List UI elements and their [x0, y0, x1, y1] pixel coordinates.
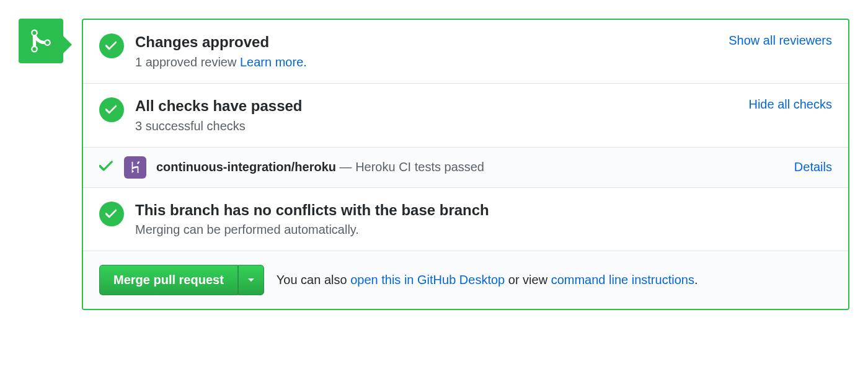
- check-icon: [99, 160, 114, 172]
- conflicts-subtitle: Merging can be performed automatically.: [135, 223, 832, 237]
- heroku-icon: [124, 156, 146, 179]
- hide-all-checks-link[interactable]: Hide all checks: [748, 97, 832, 112]
- check-icon: [105, 105, 118, 115]
- checks-subtitle: 3 successful checks: [135, 119, 832, 133]
- show-all-reviewers-link[interactable]: Show all reviewers: [728, 33, 832, 48]
- check-circle-icon: [99, 202, 124, 226]
- approval-subtitle: 1 approved review Learn more.: [135, 55, 832, 69]
- check-circle-icon: [99, 97, 124, 122]
- check-pass-icon: [99, 160, 114, 175]
- open-github-desktop-link[interactable]: open this in GitHub Desktop: [350, 273, 505, 287]
- caret-down-icon: [247, 278, 255, 283]
- merge-footer: Merge pull request You can also open thi…: [83, 251, 848, 309]
- check-icon: [105, 41, 118, 51]
- check-icon: [105, 209, 118, 219]
- check-item-text: continuous-integration/heroku — Heroku C…: [156, 160, 484, 174]
- check-item-row: continuous-integration/heroku — Heroku C…: [83, 148, 848, 188]
- conflicts-section: This branch has no conflicts with the ba…: [83, 188, 848, 252]
- merge-middle: or view: [505, 273, 551, 287]
- merge-button-group: Merge pull request: [99, 265, 264, 295]
- merge-suffix: .: [694, 273, 698, 287]
- merge-footer-text: You can also open this in GitHub Desktop…: [277, 273, 698, 287]
- merge-prefix: You can also: [277, 273, 350, 287]
- merge-options-dropdown-button[interactable]: [238, 265, 264, 295]
- merge-status-icon: [19, 19, 63, 63]
- merge-status-panel: Changes approved Show all reviewers 1 ap…: [82, 19, 849, 310]
- merge-pull-request-button[interactable]: Merge pull request: [99, 265, 238, 295]
- learn-more-link[interactable]: Learn more.: [240, 55, 307, 69]
- check-circle-icon: [99, 33, 124, 58]
- approval-title: Changes approved: [135, 33, 269, 51]
- check-item-sep: —: [336, 160, 355, 174]
- command-line-instructions-link[interactable]: command line instructions: [551, 273, 694, 287]
- git-merge-icon: [30, 28, 52, 54]
- check-details-link[interactable]: Details: [794, 160, 832, 174]
- check-item-name: continuous-integration/heroku: [156, 160, 336, 174]
- conflicts-title: This branch has no conflicts with the ba…: [135, 202, 832, 220]
- approval-count-text: 1 approved review: [135, 55, 240, 69]
- checks-title: All checks have passed: [135, 97, 302, 115]
- checks-summary-section: All checks have passed Hide all checks 3…: [83, 84, 848, 148]
- approval-section: Changes approved Show all reviewers 1 ap…: [83, 20, 848, 84]
- check-item-desc: Heroku CI tests passed: [355, 160, 484, 174]
